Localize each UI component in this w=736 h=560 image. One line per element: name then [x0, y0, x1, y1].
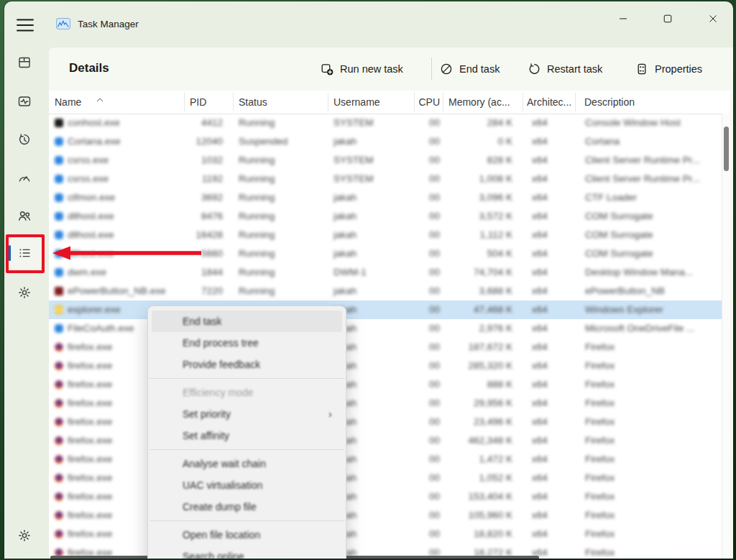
context-menu-item-create-dump-file[interactable]: Create dump file	[152, 496, 342, 518]
cell-description: Desktop Window Mana...	[585, 263, 719, 282]
cell-description: Firefox	[585, 487, 719, 506]
window-maximize-button[interactable]	[653, 9, 683, 29]
context-menu-item-set-priority[interactable]: Set priority›	[152, 403, 342, 425]
sidebar-item-settings[interactable]	[17, 528, 32, 543]
cell-description: Firefox	[585, 431, 719, 450]
performance-icon	[17, 94, 32, 109]
cell-architecture: x64	[532, 319, 575, 338]
cell-cpu: 00	[408, 450, 440, 469]
table-row[interactable]: Cortana.exe12040Suspendedjakah000 Kx64Co…	[49, 132, 722, 151]
cell-architecture: x64	[532, 188, 575, 207]
navigation-menu-button[interactable]	[16, 17, 36, 33]
cell-architecture: x64	[532, 525, 575, 543]
table-row[interactable]: ctfmon.exe3692Runningjakah003,096 Kx64CT…	[49, 188, 722, 207]
sidebar-item-processes[interactable]	[17, 55, 32, 70]
row-content: ctfmon.exe3692Runningjakah003,096 Kx64CT…	[49, 188, 722, 207]
cell-cpu: 00	[408, 525, 440, 543]
cell-architecture: x64	[532, 469, 575, 487]
cell-memory: 153,404 K	[443, 487, 512, 506]
cell-architecture: x64	[532, 226, 575, 244]
page-title: Details	[69, 61, 109, 75]
cell-pid: 8476	[171, 207, 223, 226]
table-row[interactable]: csrss.exe1032RunningSYSTEM00828 Kx64Clie…	[49, 151, 722, 170]
cell-architecture: x64	[532, 375, 575, 394]
firefox-icon	[55, 362, 63, 370]
cell-architecture: x64	[532, 263, 575, 282]
maximize-icon	[663, 14, 672, 23]
sidebar-item-services[interactable]	[17, 285, 32, 300]
window-close-button[interactable]	[698, 9, 728, 29]
cell-memory: 1,112 K	[443, 226, 512, 244]
cell-cpu: 00	[408, 338, 440, 357]
vertical-scrollbar[interactable]	[722, 114, 730, 559]
menu-item-label: End task	[183, 316, 221, 327]
column-separator	[443, 93, 443, 111]
menu-item-label: Set affinity	[183, 430, 229, 441]
column-separator	[233, 93, 234, 111]
startup-apps-icon	[17, 170, 32, 185]
cell-memory: 47,468 K	[443, 300, 512, 319]
cell-architecture: x64	[532, 394, 575, 413]
properties-label: Properties	[655, 63, 702, 75]
cell-architecture: x64	[532, 338, 575, 357]
users-icon	[17, 208, 32, 223]
cell-architecture: x64	[532, 114, 575, 132]
table-row[interactable]: ePowerButton_NB.exe7220Runningjakah003,6…	[49, 282, 722, 300]
cell-description: Console Window Host	[585, 114, 719, 132]
menu-item-label: UAC virtualisation	[183, 479, 262, 491]
context-menu-item-set-affinity[interactable]: Set affinity	[152, 425, 342, 446]
restart-task-button[interactable]: Restart task	[528, 59, 602, 79]
column-header-pid[interactable]: PID	[190, 91, 206, 114]
context-menu-item-search-online[interactable]: Search online	[152, 546, 342, 559]
cell-description: Firefox	[585, 543, 719, 559]
context-menu-item-analyse-wait-chain[interactable]: Analyse wait chain	[152, 453, 342, 474]
menu-item-label: Set priority	[183, 408, 231, 420]
sidebar-item-startup-apps[interactable]	[17, 170, 32, 185]
window-title: Task Manager	[78, 19, 139, 29]
table-row[interactable]: conhost.exe4412RunningSYSTEM00284 Kx64Co…	[49, 114, 722, 132]
column-header-status[interactable]: Status	[239, 91, 267, 114]
table-row[interactable]: dllhost.exe16428Runningjakah001,112 Kx64…	[49, 226, 722, 244]
context-menu-item-end-task[interactable]: End task	[152, 311, 342, 332]
sidebar-item-app-history[interactable]	[17, 132, 32, 147]
sidebar-item-performance[interactable]	[17, 94, 32, 109]
cell-architecture: x64	[532, 431, 575, 450]
cell-username: SYSTEM	[334, 114, 405, 132]
cell-architecture: x64	[532, 132, 575, 151]
column-header-arch[interactable]: Architec...	[527, 91, 571, 114]
column-header-description[interactable]: Description	[584, 91, 635, 114]
window-minimize-button[interactable]	[608, 9, 638, 29]
context-menu-item-efficiency-mode[interactable]: Efficiency mode	[152, 382, 342, 403]
cell-status: Running	[239, 263, 325, 282]
app-blue-icon	[55, 175, 63, 183]
column-header-cpu[interactable]: CPU	[408, 91, 440, 114]
cell-architecture: x64	[532, 300, 575, 319]
cell-memory: 888 K	[443, 375, 512, 394]
row-content: ePowerButton_NB.exe7220Runningjakah003,6…	[49, 282, 722, 300]
row-content: conhost.exe4412RunningSYSTEM00284 Kx64Co…	[49, 114, 722, 132]
cell-description: Firefox	[585, 394, 719, 413]
cell-description: Firefox	[585, 413, 719, 431]
cell-status: Suspended	[239, 132, 325, 151]
properties-icon	[635, 63, 648, 75]
context-menu: End taskEnd process treeProvide feedback…	[147, 306, 346, 559]
firefox-icon	[55, 399, 63, 408]
column-header-name[interactable]: Name	[55, 91, 81, 114]
table-row[interactable]: csrss.exe1192RunningSYSTEM001,008 Kx64Cl…	[49, 170, 722, 188]
menu-item-label: Analyse wait chain	[183, 458, 266, 469]
properties-button[interactable]: Properties	[635, 59, 702, 79]
table-row[interactable]: dwm.exe1844RunningDWM-10074,704 Kx64Desk…	[49, 263, 722, 282]
run-new-task-button[interactable]: Run new task	[321, 59, 403, 79]
context-menu-item-uac-virtualisation[interactable]: UAC virtualisation	[152, 474, 342, 496]
column-header-username[interactable]: Username	[334, 91, 380, 114]
context-menu-item-provide-feedback[interactable]: Provide feedback	[152, 354, 342, 375]
table-row[interactable]: dllhost.exe8476Runningjakah003,572 Kx64C…	[49, 207, 722, 226]
cell-cpu: 00	[408, 151, 440, 170]
vertical-scrollbar-thumb[interactable]	[724, 127, 729, 171]
column-header-memory[interactable]: Memory (ac...	[448, 91, 510, 114]
context-menu-item-end-process-tree[interactable]: End process tree	[152, 332, 342, 354]
end-task-button[interactable]: End task	[440, 59, 500, 79]
context-menu-item-open-file-location[interactable]: Open file location	[152, 524, 342, 546]
sidebar-item-users[interactable]	[17, 208, 32, 223]
cell-memory: 74,704 K	[443, 263, 512, 282]
